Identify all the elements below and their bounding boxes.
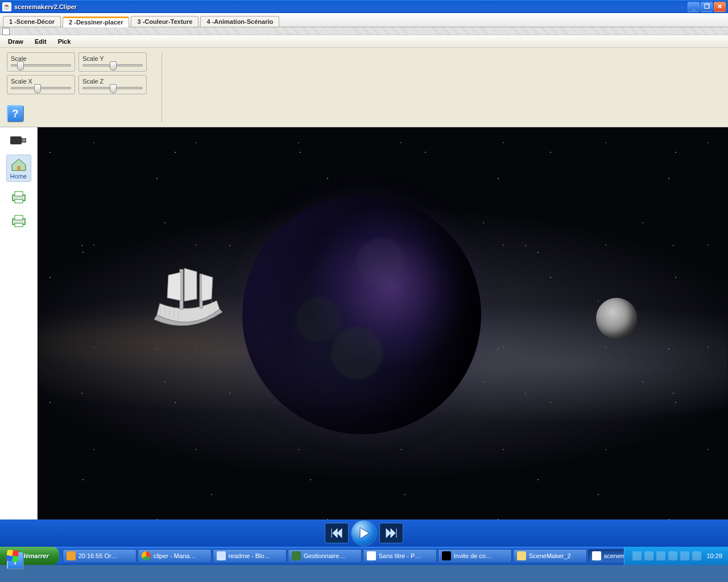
svg-rect-5 bbox=[15, 192, 23, 196]
svg-rect-9 bbox=[15, 223, 23, 227]
taskbar-items: 20:16:55 Or… cliper - Mana… readme - Blo… bbox=[59, 547, 624, 565]
svg-rect-3 bbox=[17, 166, 20, 171]
windows-taskbar: démarrer 20:16:55 Or… cliper - Mana… rea… bbox=[0, 547, 728, 565]
slider-thumb[interactable] bbox=[110, 61, 117, 70]
play-icon bbox=[358, 527, 370, 539]
workspace: Home ? bbox=[0, 127, 728, 519]
folder-icon bbox=[517, 551, 526, 560]
paint-icon bbox=[367, 551, 376, 560]
ship-object[interactable] bbox=[140, 247, 242, 349]
svg-point-2 bbox=[22, 139, 26, 142]
skip-forward-icon bbox=[385, 529, 398, 538]
cmd-icon bbox=[442, 551, 451, 560]
camera-icon bbox=[9, 132, 28, 147]
java-icon: ☕ bbox=[2, 2, 11, 11]
tray-icon[interactable] bbox=[668, 551, 677, 560]
panel-separator bbox=[162, 52, 162, 122]
taskmgr-icon bbox=[292, 551, 301, 560]
slider-thumb[interactable] bbox=[110, 84, 117, 93]
home-tool-label: Home bbox=[10, 173, 27, 180]
help-button[interactable]: ? bbox=[7, 105, 24, 122]
prev-button[interactable] bbox=[325, 523, 349, 543]
task-item[interactable]: readme - Blo… bbox=[213, 549, 287, 563]
task-item[interactable]: Invite de co… bbox=[438, 549, 512, 563]
tray-icon[interactable] bbox=[680, 551, 689, 560]
printer-icon bbox=[9, 189, 28, 204]
printer-icon bbox=[9, 213, 28, 228]
slider-scale-z-track[interactable] bbox=[82, 87, 143, 89]
app-icon bbox=[67, 551, 76, 560]
chrome-icon bbox=[142, 551, 151, 560]
close-button[interactable]: ✕ bbox=[714, 2, 726, 12]
camera-tool[interactable] bbox=[6, 131, 31, 149]
print-tool-2[interactable] bbox=[6, 211, 31, 230]
window-titlebar: ☕ scenemakerv2.Cliper _ ❐ ✕ bbox=[0, 0, 728, 13]
slider-thumb[interactable] bbox=[17, 61, 24, 70]
skip-back-icon bbox=[330, 529, 343, 538]
earth-object[interactable] bbox=[242, 196, 481, 434]
system-tray[interactable]: 10:28 bbox=[624, 547, 728, 565]
slider-scale-track[interactable] bbox=[11, 64, 71, 66]
tool-panel: Scale Scale Y Scale X Scale Z ? bbox=[0, 48, 728, 127]
tray-clock: 10:28 bbox=[706, 552, 722, 559]
task-item[interactable]: Sans titre - P… bbox=[363, 549, 437, 563]
menu-edit[interactable]: Edit bbox=[30, 37, 51, 46]
java-icon bbox=[592, 551, 601, 560]
svg-rect-0 bbox=[10, 136, 22, 144]
next-button[interactable] bbox=[379, 523, 403, 543]
3d-viewport[interactable] bbox=[38, 127, 728, 519]
task-item[interactable]: scenemakerv… bbox=[588, 549, 624, 563]
print-tool-1[interactable] bbox=[6, 188, 31, 206]
tray-icon[interactable] bbox=[692, 551, 701, 560]
tab-animation-scenario[interactable]: 4 -Animation-Scénario bbox=[200, 16, 279, 27]
moon-object[interactable] bbox=[596, 298, 637, 339]
task-item[interactable]: Gestionnaire… bbox=[288, 549, 362, 563]
home-icon bbox=[9, 157, 28, 172]
toolbar-grip[interactable] bbox=[0, 27, 728, 35]
menu-draw[interactable]: Draw bbox=[3, 37, 28, 46]
window-title: scenemakerv2.Cliper bbox=[14, 3, 688, 10]
tray-icon[interactable] bbox=[644, 551, 653, 560]
task-item[interactable]: cliper - Mana… bbox=[138, 549, 212, 563]
slider-scale-z: Scale Z bbox=[78, 75, 147, 94]
left-toolbar: Home ? bbox=[0, 127, 38, 519]
main-tabstrip: 1 -Scene-Décor 2 -Dessiner-placer 3 -Cou… bbox=[0, 13, 728, 27]
play-button[interactable] bbox=[351, 520, 377, 546]
tray-icon[interactable] bbox=[632, 551, 642, 560]
svg-rect-8 bbox=[15, 215, 23, 220]
menubar: Draw Edit Pick bbox=[0, 35, 728, 48]
home-tool[interactable]: Home bbox=[6, 155, 31, 182]
tray-icon[interactable] bbox=[656, 551, 665, 560]
slider-scale-x: Scale X bbox=[7, 75, 75, 94]
playback-bar bbox=[0, 519, 728, 547]
tab-scene-decor[interactable]: 1 -Scene-Décor bbox=[3, 16, 61, 27]
task-item[interactable]: 20:16:55 Or… bbox=[63, 549, 136, 563]
maximize-button[interactable]: ❐ bbox=[701, 2, 713, 12]
slider-scale-x-track[interactable] bbox=[11, 87, 71, 89]
slider-thumb[interactable] bbox=[34, 84, 41, 93]
svg-rect-6 bbox=[15, 199, 23, 203]
tab-couleur-texture[interactable]: 3 -Couleur-Texture bbox=[131, 16, 198, 27]
notepad-icon bbox=[217, 551, 226, 560]
tab-dessiner-placer[interactable]: 2 -Dessiner-placer bbox=[63, 16, 129, 27]
slider-scale-y: Scale Y bbox=[78, 52, 147, 72]
menu-pick[interactable]: Pick bbox=[53, 37, 76, 46]
slider-scale-y-track[interactable] bbox=[82, 64, 143, 66]
task-item[interactable]: SceneMaker_2 bbox=[513, 549, 587, 563]
minimize-button[interactable]: _ bbox=[688, 2, 700, 12]
slider-scale: Scale bbox=[7, 52, 75, 72]
slider-scale-x-label: Scale X bbox=[11, 78, 71, 85]
